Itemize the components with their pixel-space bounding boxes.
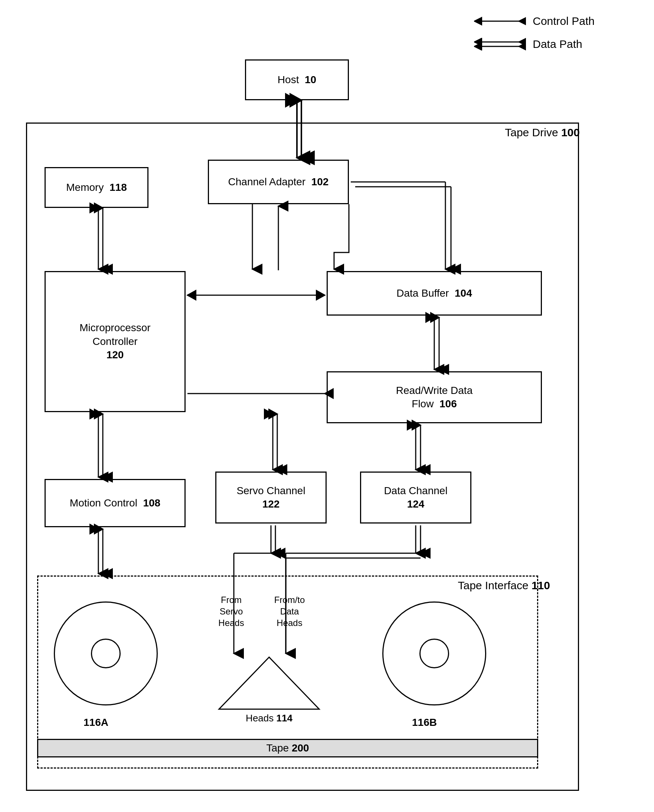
from-to-data-label: From/toDataHeads bbox=[264, 594, 315, 629]
channel-adapter-num: 102 bbox=[312, 176, 329, 188]
tape-box: Tape 200 bbox=[37, 739, 538, 757]
data-path-arrow-icon bbox=[474, 38, 526, 50]
reel-b-label: 116B bbox=[412, 717, 437, 728]
heads-triangle-icon bbox=[215, 653, 323, 713]
memory-num: 118 bbox=[110, 182, 127, 193]
tape-drive-num: 100 bbox=[561, 126, 580, 139]
reel-a-inner bbox=[91, 639, 121, 668]
control-path-legend: Control Path bbox=[474, 15, 594, 28]
host-label: Host 10 bbox=[278, 73, 316, 87]
memory-label: Memory 118 bbox=[66, 181, 127, 194]
diagram-container: Control Path Data Path Host 10 bbox=[0, 0, 654, 812]
servo-channel-box: Servo Channel122 bbox=[215, 471, 327, 523]
tape-label: Tape 200 bbox=[266, 742, 309, 754]
reel-b-inner bbox=[419, 639, 449, 668]
host-num: 10 bbox=[305, 74, 316, 86]
heads-label: Heads 114 bbox=[246, 713, 292, 724]
microprocessor-label: MicroprocessorController120 bbox=[79, 321, 150, 362]
heads-num: 114 bbox=[277, 713, 292, 723]
motion-control-box: Motion Control 108 bbox=[44, 479, 186, 527]
data-buffer-label: Data Buffer 104 bbox=[396, 287, 472, 300]
reel-a-label: 116A bbox=[84, 717, 108, 728]
legend: Control Path Data Path bbox=[474, 15, 594, 50]
tape-num: 200 bbox=[292, 742, 309, 754]
read-write-num: 106 bbox=[440, 398, 457, 410]
data-buffer-num: 104 bbox=[455, 287, 472, 299]
data-channel-num: 124 bbox=[407, 498, 425, 510]
data-channel-box: Data Channel124 bbox=[360, 471, 471, 523]
motion-control-label: Motion Control 108 bbox=[70, 496, 160, 510]
channel-adapter-box: Channel Adapter 102 bbox=[208, 160, 349, 204]
from-servo-label: FromServoHeads bbox=[207, 594, 255, 629]
control-path-arrow-icon bbox=[474, 16, 526, 26]
data-channel-label: Data Channel124 bbox=[384, 484, 447, 511]
reel-a bbox=[54, 601, 158, 705]
control-path-label: Control Path bbox=[533, 15, 594, 28]
memory-box: Memory 118 bbox=[44, 167, 148, 208]
microprocessor-num: 120 bbox=[107, 349, 124, 361]
servo-channel-label: Servo Channel122 bbox=[237, 484, 305, 511]
svg-marker-3 bbox=[219, 657, 319, 709]
tape-interface-label: Tape Interface 110 bbox=[458, 579, 550, 592]
motion-control-num: 108 bbox=[143, 497, 160, 509]
tape-interface-num: 110 bbox=[532, 579, 550, 592]
tape-drive-label: Tape Drive 100 bbox=[505, 126, 580, 139]
data-path-label: Data Path bbox=[533, 38, 582, 50]
heads-triangle-container: Heads 114 bbox=[215, 653, 323, 728]
host-box: Host 10 bbox=[245, 60, 349, 100]
channel-adapter-label: Channel Adapter 102 bbox=[228, 175, 329, 189]
reel-b bbox=[382, 601, 486, 705]
microprocessor-box: MicroprocessorController120 bbox=[44, 271, 186, 412]
data-path-legend: Data Path bbox=[474, 38, 594, 50]
servo-channel-num: 122 bbox=[263, 498, 280, 510]
read-write-box: Read/Write DataFlow 106 bbox=[327, 371, 542, 423]
data-buffer-box: Data Buffer 104 bbox=[327, 271, 542, 316]
read-write-label: Read/Write DataFlow 106 bbox=[396, 384, 472, 411]
